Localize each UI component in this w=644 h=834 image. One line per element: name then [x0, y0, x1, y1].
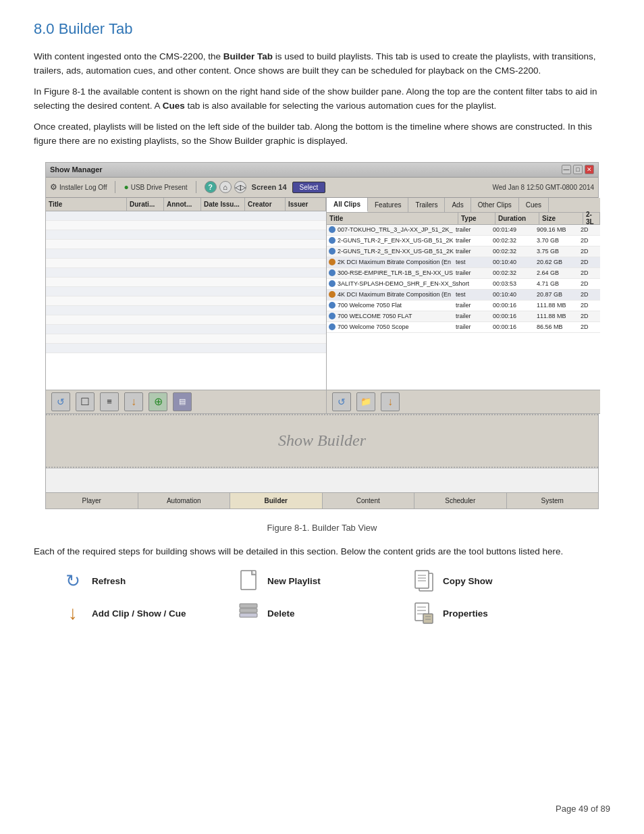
playlist-row[interactable]	[46, 306, 326, 315]
properties-button[interactable]: ▤	[173, 392, 192, 411]
col-title-header: Title	[46, 198, 127, 211]
new-playlist-button[interactable]: □	[76, 392, 95, 411]
add-clip-tool-icon: ↓	[61, 601, 85, 625]
row-type: test	[456, 259, 493, 265]
playlist-row[interactable]	[46, 334, 326, 344]
col-title-header: Title	[327, 213, 458, 224]
copy-show-button[interactable]: ≡	[100, 392, 119, 411]
content-row-2[interactable]: 2-GUNS_TLR-2_F_EN-XX_US-GB_51_2K trailer…	[327, 236, 600, 246]
tab-builder[interactable]: Builder	[230, 493, 323, 509]
help-icon[interactable]: ?	[205, 181, 217, 193]
paragraph-1: With content ingested onto the CMS-2200,…	[34, 50, 610, 78]
row-type: trailer	[456, 269, 493, 276]
content-row-9[interactable]: 700 WELCOME 7050 FLAT trailer 00:00:16 1…	[327, 311, 600, 322]
row-size: 3.70 GB	[537, 237, 581, 244]
tab-ads[interactable]: Ads	[445, 198, 471, 212]
row-indicator	[329, 280, 336, 287]
close-button[interactable]: ✕	[585, 165, 594, 174]
playlist-row[interactable]	[46, 230, 326, 240]
show-builder-area: Show Builder	[46, 414, 598, 468]
col-duration-header: Duration	[495, 213, 539, 224]
row-size: 86.56 MB	[537, 323, 581, 330]
playlist-row[interactable]	[46, 287, 326, 296]
playlist-row[interactable]	[46, 344, 326, 353]
add-icon[interactable]: ⊕	[149, 392, 167, 411]
tool-copy-show: Copy Show	[412, 569, 547, 593]
col-type-header: Type	[458, 213, 495, 224]
row-dim: 2D	[581, 226, 597, 233]
row-title: 300-RSE-EMPIRE_TLR-1B_S_EN-XX_US	[338, 269, 456, 276]
row-type: trailer	[456, 226, 493, 233]
tools-section: ↺ Refresh New Playlist	[34, 569, 610, 625]
playlist-row[interactable]	[46, 296, 326, 306]
content-row-4[interactable]: 2K DCI Maximum Bitrate Composition (En t…	[327, 257, 600, 268]
properties-tool-label: Properties	[443, 608, 488, 619]
right-action-bar: ↺ 📁 ↓	[327, 390, 600, 414]
tab-all-clips[interactable]: All Clips	[327, 198, 368, 212]
playlist-row[interactable]	[46, 278, 326, 287]
row-dim: 2D	[581, 237, 597, 244]
tab-automation[interactable]: Automation	[138, 493, 231, 509]
tab-other-clips[interactable]: Other Clips	[471, 198, 519, 212]
row-dim: 2D	[581, 269, 597, 276]
copy-show-tool-label: Copy Show	[443, 576, 493, 586]
refresh-button[interactable]: ↺	[51, 392, 70, 411]
col-issuer-header: Issuer	[286, 198, 326, 211]
refresh-tool-label: Refresh	[92, 576, 126, 586]
nav-icon[interactable]: ◁▷	[234, 181, 246, 193]
figure-caption: Figure 8-1. Builder Tab View	[34, 523, 610, 533]
row-type: short	[456, 280, 493, 287]
home-icon[interactable]: ⌂	[219, 181, 232, 193]
content-row-6[interactable]: 3ALITY-SPLASH-DEMO_SHR_F_EN-XX_S short 0…	[327, 279, 600, 290]
install-logoff[interactable]: ⚙ Installer Log Off	[50, 182, 107, 192]
delete-tool-label: Delete	[267, 608, 295, 619]
content-row-5[interactable]: 300-RSE-EMPIRE_TLR-1B_S_EN-XX_US trailer…	[327, 268, 600, 279]
tab-scheduler[interactable]: Scheduler	[414, 493, 507, 509]
tab-content[interactable]: Content	[323, 493, 415, 509]
tab-cues[interactable]: Cues	[519, 198, 549, 212]
content-row-1[interactable]: 007-TOKUHO_TRL_3_JA-XX_JP_51_2K_ trailer…	[327, 225, 600, 236]
row-duration: 00:02:32	[493, 269, 537, 276]
window-controls[interactable]: — □ ✕	[562, 165, 594, 174]
playlist-row[interactable]	[46, 221, 326, 230]
playlist-row[interactable]	[46, 249, 326, 259]
page-number: Page 49 of 89	[556, 804, 610, 814]
filter-tabs: All Clips Features Trailers Ads Other Cl…	[327, 198, 600, 213]
right-refresh-button[interactable]: ↺	[332, 392, 351, 411]
row-indicator	[329, 226, 336, 233]
maximize-button[interactable]: □	[573, 165, 583, 174]
content-row-7[interactable]: 4K DCI Maximum Bitrate Composition (En t…	[327, 290, 600, 301]
add-clip-button[interactable]: ↓	[124, 392, 143, 411]
tools-row-1: ↺ Refresh New Playlist	[61, 569, 610, 593]
tab-player[interactable]: Player	[46, 493, 138, 509]
row-duration: 00:00:16	[493, 323, 537, 330]
playlist-row[interactable]	[46, 325, 326, 334]
tab-features[interactable]: Features	[368, 198, 408, 212]
playlist-row[interactable]	[46, 315, 326, 325]
row-size: 3.75 GB	[537, 248, 581, 255]
row-dim: 2D	[581, 259, 597, 265]
col-annot-header: Annot...	[164, 198, 201, 211]
playlist-row[interactable]	[46, 268, 326, 278]
svg-rect-13	[423, 614, 433, 623]
content-row-3[interactable]: 2-GUNS_TLR-2_S_EN-XX_US-GB_51_2K trailer…	[327, 246, 600, 257]
row-duration: 00:03:53	[493, 280, 537, 287]
col-creator-header: Creator	[245, 198, 286, 211]
svg-rect-8	[240, 613, 257, 617]
select-button[interactable]: Select	[292, 182, 326, 193]
row-indicator	[329, 248, 336, 255]
tab-trailers[interactable]: Trailers	[408, 198, 445, 212]
tab-system[interactable]: System	[507, 493, 599, 509]
toolbar-separator-2	[196, 181, 196, 193]
playlist-row[interactable]	[46, 211, 326, 221]
playlist-row[interactable]	[46, 259, 326, 268]
playlist-row[interactable]	[46, 240, 326, 249]
row-title: 4K DCI Maximum Bitrate Composition (En	[338, 291, 456, 298]
row-type: test	[456, 291, 493, 298]
right-add-button[interactable]: ↓	[381, 392, 400, 411]
right-folder-button[interactable]: 📁	[356, 392, 375, 411]
content-row-8[interactable]: 700 Welcome 7050 Flat trailer 00:00:16 1…	[327, 301, 600, 311]
minimize-button[interactable]: —	[562, 165, 571, 174]
row-type: trailer	[456, 313, 493, 319]
content-row-10[interactable]: 700 Welcome 7050 Scope trailer 00:00:16 …	[327, 322, 600, 333]
